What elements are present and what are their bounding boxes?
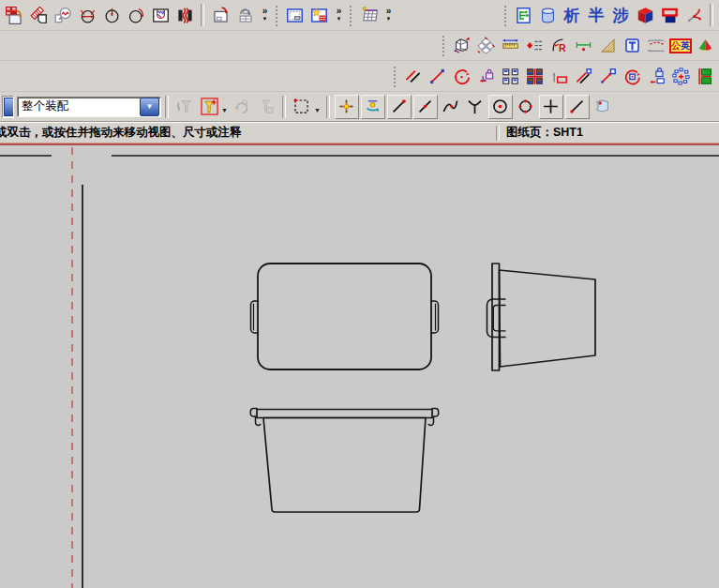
toolbar-separator bbox=[165, 96, 169, 118]
toolbar-drag-handle[interactable] bbox=[392, 66, 397, 87]
top-view[interactable] bbox=[251, 264, 439, 369]
overflow-down-icon: ▼ bbox=[386, 15, 392, 23]
section-view-icon[interactable] bbox=[148, 3, 172, 27]
rotate-square-icon[interactable] bbox=[620, 64, 644, 88]
surface-diamond-icon[interactable] bbox=[473, 34, 498, 58]
scope-combobox-value: 整个装配 bbox=[18, 98, 140, 114]
cad-application-window: »▼»▼»▼析半涉 R公英 整个装配▼▼▼ 或双击，或按住并拖动来移动视图、尺寸… bbox=[0, 0, 719, 588]
combobox-dropdown-button[interactable]: ▼ bbox=[140, 98, 159, 116]
dim-diameter-icon[interactable] bbox=[75, 3, 99, 27]
move-spin-icon[interactable] bbox=[361, 95, 385, 119]
align-stack-icon[interactable] bbox=[693, 64, 717, 88]
front-view-body[interactable] bbox=[263, 418, 426, 513]
angle-ruler-icon[interactable] bbox=[595, 34, 620, 58]
row1-group: »▼ bbox=[273, 3, 347, 27]
measure-box-icon[interactable] bbox=[449, 34, 473, 58]
snap-line-icon[interactable] bbox=[413, 95, 438, 119]
toolbar-row-3 bbox=[0, 61, 719, 92]
toolbar-drag-handle[interactable] bbox=[348, 5, 353, 26]
filter-grab-icon[interactable] bbox=[254, 95, 278, 119]
snap-quadrant-icon[interactable] bbox=[514, 95, 538, 119]
rotate-arc-icon[interactable] bbox=[449, 64, 473, 88]
front-view[interactable] bbox=[250, 409, 438, 513]
filter-undo-icon[interactable] bbox=[230, 95, 254, 119]
snap-cross-icon[interactable] bbox=[539, 95, 563, 119]
line-points-icon[interactable] bbox=[425, 64, 449, 88]
front-view-right-hook bbox=[428, 409, 438, 426]
filter-skip-icon[interactable] bbox=[172, 95, 197, 119]
surface-select-icon[interactable] bbox=[591, 95, 615, 119]
pattern-filled-icon[interactable] bbox=[522, 64, 547, 88]
status-bar: 或双击，或按住并拖动来移动视图、尺寸或注释 图纸页：SHT1 bbox=[0, 122, 719, 143]
move-rect-icon[interactable] bbox=[547, 64, 571, 88]
toolbar-drag-handle[interactable] bbox=[441, 35, 446, 56]
side-view-body[interactable] bbox=[500, 270, 596, 367]
move-free-icon[interactable] bbox=[335, 95, 359, 119]
drawing-canvas[interactable] bbox=[0, 145, 719, 588]
toolbar-row-2: R公英 bbox=[0, 31, 719, 61]
snap-line-end-icon[interactable] bbox=[387, 95, 412, 119]
snap-angle-icon[interactable] bbox=[565, 95, 590, 119]
side-view[interactable] bbox=[487, 264, 596, 370]
front-view-left-hook bbox=[250, 409, 260, 426]
surface-offset-icon[interactable] bbox=[644, 34, 668, 58]
char-she-icon[interactable]: 涉 bbox=[608, 3, 633, 27]
lock-move-icon[interactable] bbox=[473, 64, 498, 88]
tolerance-icon[interactable] bbox=[620, 34, 644, 58]
parallel-lines-icon[interactable] bbox=[400, 64, 425, 88]
radial-pattern-icon[interactable] bbox=[668, 64, 693, 88]
snap-spline-icon[interactable] bbox=[439, 95, 463, 119]
char-ban-icon-glyph: 半 bbox=[589, 8, 605, 23]
char-ban-icon[interactable]: 半 bbox=[584, 3, 608, 27]
top-view-right-tab bbox=[431, 301, 439, 333]
select-box-icon[interactable] bbox=[290, 95, 314, 119]
model-tree-icon[interactable] bbox=[511, 3, 535, 27]
filter-add-icon[interactable] bbox=[197, 95, 221, 119]
snap-center-icon[interactable] bbox=[488, 95, 513, 119]
dropdown-caret-icon[interactable]: ▼ bbox=[221, 107, 228, 113]
angle-dim-icon[interactable] bbox=[26, 3, 51, 27]
layers-icon[interactable] bbox=[657, 3, 682, 27]
dim-arc-icon[interactable] bbox=[124, 3, 148, 27]
color-cube-icon[interactable] bbox=[633, 3, 657, 27]
radius-r-icon[interactable]: R bbox=[547, 34, 571, 58]
sheet-format-icon[interactable] bbox=[282, 3, 307, 27]
char-xi-icon[interactable]: 析 bbox=[560, 3, 584, 27]
detail-view-icon[interactable] bbox=[51, 3, 75, 27]
insert-sheet-icon[interactable] bbox=[208, 3, 232, 27]
pattern-squares-icon[interactable] bbox=[498, 64, 522, 88]
rotate-table-icon[interactable] bbox=[232, 3, 257, 27]
toolbar-overflow-button[interactable]: »▼ bbox=[382, 8, 396, 23]
row2-group: R公英 bbox=[440, 34, 717, 58]
sheet-page-label: 图纸页：SHT1 bbox=[500, 125, 583, 141]
toolbar-overflow-button[interactable]: »▼ bbox=[332, 8, 346, 23]
sheet-table-icon[interactable] bbox=[307, 3, 331, 27]
toolbar-separator bbox=[710, 4, 713, 26]
table-spark-icon[interactable] bbox=[356, 3, 381, 27]
copy-line-icon[interactable] bbox=[571, 64, 595, 88]
cylinder-icon[interactable] bbox=[535, 3, 560, 27]
scope-combobox[interactable]: 整个装配▼ bbox=[17, 97, 161, 117]
shaded-pyramid-icon[interactable] bbox=[693, 34, 717, 58]
csys-icon[interactable] bbox=[682, 3, 706, 27]
front-view-rim-bar bbox=[257, 410, 432, 418]
toolbar-row-1: »▼»▼»▼析半涉 bbox=[0, 0, 719, 31]
move-arrow-square-icon[interactable] bbox=[595, 64, 620, 88]
toolbar-drag-handle[interactable] bbox=[502, 5, 508, 26]
toolbar-row-4: 整个装配▼▼▼ bbox=[0, 92, 719, 122]
dropdown-caret-icon[interactable]: ▼ bbox=[314, 107, 321, 113]
top-view-body[interactable] bbox=[258, 264, 431, 369]
point-coords-icon[interactable] bbox=[522, 34, 547, 58]
units-icon[interactable]: 公英 bbox=[668, 34, 693, 58]
dim-radius-icon[interactable] bbox=[99, 3, 124, 27]
flip-section-icon[interactable] bbox=[172, 3, 197, 27]
toolbar-separator bbox=[326, 96, 330, 118]
clipped-combo-fragment bbox=[2, 96, 14, 118]
snap-tangent-icon[interactable] bbox=[463, 95, 487, 119]
toolbar-overflow-button[interactable]: »▼ bbox=[258, 8, 272, 23]
ruler-icon[interactable] bbox=[498, 34, 522, 58]
lock-rect-icon[interactable] bbox=[644, 64, 668, 88]
distance-icon[interactable] bbox=[571, 34, 595, 58]
toolbar-drag-handle[interactable] bbox=[274, 5, 279, 26]
update-sheet-icon[interactable] bbox=[2, 3, 26, 27]
